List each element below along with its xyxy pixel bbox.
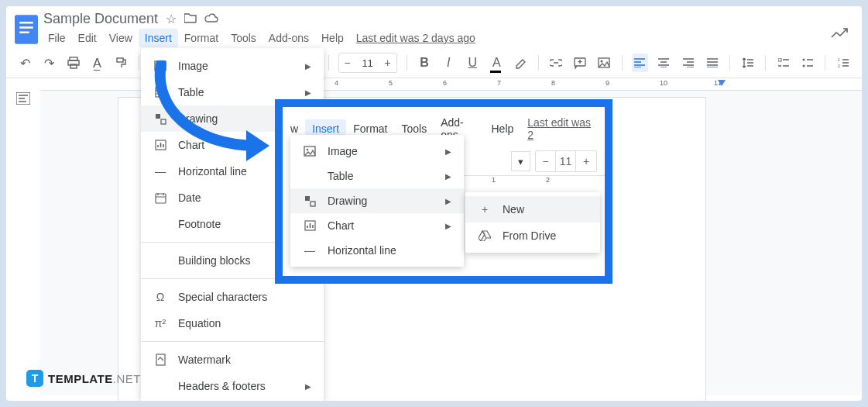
docs-app-icon[interactable] xyxy=(12,11,40,48)
blank-icon xyxy=(153,254,167,267)
submenu-label: From Drive xyxy=(503,229,556,242)
bold-icon[interactable]: B xyxy=(417,53,433,72)
separator xyxy=(622,55,623,71)
insert-watermark[interactable]: Watermark xyxy=(141,347,324,373)
dropdown-arrow-icon: ▾ xyxy=(518,156,523,167)
text-color-icon[interactable]: A xyxy=(489,53,505,72)
cloud-status-icon[interactable] xyxy=(204,12,218,26)
hline-icon: — xyxy=(153,164,167,178)
svg-point-26 xyxy=(307,149,309,151)
ruler-tick: 1 xyxy=(492,176,496,184)
print-icon[interactable] xyxy=(65,53,81,72)
callout-menu-help[interactable]: Help xyxy=(484,119,520,138)
menu-tools[interactable]: Tools xyxy=(225,29,262,47)
align-right-icon[interactable] xyxy=(680,53,696,72)
ruler-tick: 6 xyxy=(443,79,447,87)
svg-point-12 xyxy=(802,59,805,61)
spellcheck-icon[interactable]: A̲ xyxy=(89,53,105,72)
callout-last-edit[interactable]: Last edit was 2 xyxy=(520,113,600,144)
menu-edit[interactable]: Edit xyxy=(72,29,103,47)
ruler-tick: 4 xyxy=(335,79,338,87)
svg-rect-11 xyxy=(778,58,781,61)
insert-item-label: Image xyxy=(328,145,358,157)
font-size-value[interactable]: 11 xyxy=(356,57,379,69)
insert-image[interactable]: Image ▶ xyxy=(141,53,324,79)
separator xyxy=(328,55,329,71)
insert-link-icon[interactable] xyxy=(548,53,564,72)
insert-item-label: Drawing xyxy=(328,195,367,207)
callout-increase-font[interactable]: + xyxy=(576,151,596,171)
insert-special-chars[interactable]: Ω Special characters xyxy=(141,284,324,310)
menu-format[interactable]: Format xyxy=(178,29,225,47)
separator xyxy=(407,55,407,71)
ruler-tick: 2 xyxy=(546,176,550,184)
callout-insert-chart[interactable]: Chart ▶ xyxy=(290,213,464,238)
checklist-icon[interactable] xyxy=(775,53,791,72)
paint-format-icon[interactable] xyxy=(113,53,129,72)
callout-insert-menu: Image ▶ Table ▶ Drawing ▶ Chart ▶ xyxy=(290,135,464,267)
ruler-tick: 10 xyxy=(660,79,667,87)
increase-font-icon[interactable]: + xyxy=(379,53,396,72)
svg-rect-28 xyxy=(310,202,315,206)
insert-item-label: Drawing xyxy=(178,112,218,125)
decrease-font-icon[interactable]: − xyxy=(339,53,356,72)
submenu-arrow-icon: ▶ xyxy=(445,147,451,156)
underline-icon[interactable]: U xyxy=(465,53,481,72)
undo-icon[interactable]: ↶ xyxy=(17,53,33,72)
star-icon[interactable]: ☆ xyxy=(166,12,177,26)
font-size-control: − 11 + xyxy=(338,53,397,73)
ruler-tick: 9 xyxy=(606,79,609,87)
line-spacing-icon[interactable] xyxy=(739,53,756,72)
submenu-arrow-icon: ▶ xyxy=(305,88,311,97)
last-edit-link[interactable]: Last edit was 2 days ago xyxy=(350,29,482,47)
menu-view[interactable]: View xyxy=(103,29,139,47)
insert-item-label: Image xyxy=(178,60,208,72)
italic-icon[interactable]: I xyxy=(441,53,457,72)
svg-point-13 xyxy=(802,65,805,67)
svg-point-18 xyxy=(157,64,160,66)
drawing-from-drive[interactable]: From Drive xyxy=(465,222,600,249)
move-folder-icon[interactable] xyxy=(184,12,197,26)
menu-insert[interactable]: Insert xyxy=(139,29,178,47)
callout-insert-drawing[interactable]: Drawing ▶ xyxy=(290,188,464,213)
align-justify-icon[interactable] xyxy=(704,53,720,72)
svg-rect-3 xyxy=(19,32,29,34)
insert-headers-footers[interactable]: Headers & footers ▶ xyxy=(141,373,324,399)
menu-file[interactable]: File xyxy=(42,29,72,47)
insert-equation[interactable]: π² Equation xyxy=(141,310,324,336)
numbered-list-icon[interactable]: 12 xyxy=(835,53,851,72)
callout-decrease-font[interactable]: − xyxy=(536,151,556,171)
redo-icon[interactable]: ↷ xyxy=(41,53,57,72)
bulleted-list-icon[interactable] xyxy=(799,53,815,72)
insert-image-icon[interactable] xyxy=(596,53,612,72)
date-icon xyxy=(153,191,167,205)
callout-insert-image[interactable]: Image ▶ xyxy=(290,139,464,164)
submenu-label: New xyxy=(503,203,524,216)
toolbar: ↶ ↷ A̲ − 11 + B I U A 12 xyxy=(6,48,862,78)
svg-rect-1 xyxy=(19,22,33,24)
svg-rect-21 xyxy=(161,119,166,124)
insert-item-label: Headers & footers xyxy=(178,380,266,392)
submenu-arrow-icon: ▶ xyxy=(305,62,311,71)
callout-dropdown[interactable]: ▾ xyxy=(511,151,530,171)
separator xyxy=(729,55,730,71)
add-comment-icon[interactable] xyxy=(572,53,588,72)
callout-insert-hline[interactable]: — Horizontal line xyxy=(290,238,464,263)
callout-font-size[interactable]: 11 xyxy=(556,151,576,171)
menu-help[interactable]: Help xyxy=(315,29,350,47)
blank-icon xyxy=(153,379,167,393)
drawing-submenu: + New From Drive xyxy=(465,192,600,253)
callout-insert-table[interactable]: Table ▶ xyxy=(290,164,464,188)
activity-trend-icon[interactable] xyxy=(831,28,848,42)
hline-icon: — xyxy=(303,244,317,257)
align-center-icon[interactable] xyxy=(656,53,672,72)
insert-item-label: Chart xyxy=(328,219,354,232)
align-left-icon[interactable] xyxy=(632,53,648,72)
document-title[interactable]: Sample Document xyxy=(43,11,158,27)
menu-addons[interactable]: Add-ons xyxy=(262,29,315,47)
drawing-new[interactable]: + New xyxy=(465,196,600,222)
highlight-icon[interactable] xyxy=(513,53,529,72)
ruler-marker-icon[interactable] xyxy=(718,80,726,86)
chart-icon xyxy=(153,138,167,152)
outline-icon[interactable] xyxy=(16,92,30,108)
